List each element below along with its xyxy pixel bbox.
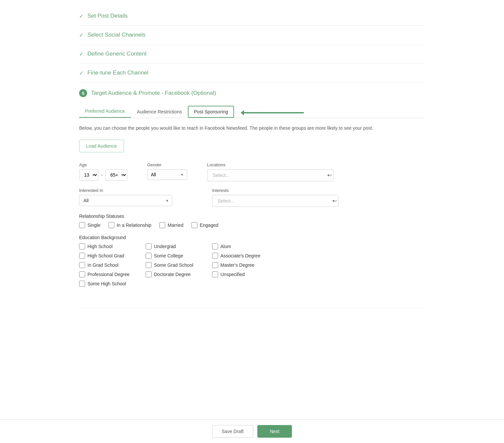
interests-select[interactable]: Select... (212, 195, 338, 207)
step-label: Select Social Channels (87, 32, 146, 38)
checkbox-input-some-grad-school[interactable] (146, 262, 152, 268)
checkbox-input-married[interactable] (159, 222, 165, 228)
checkbox-high-school-grad[interactable]: High School Grad (79, 253, 139, 259)
interests-field-group: Interests Select... (212, 188, 338, 207)
checkbox-input-engaged[interactable] (191, 222, 197, 228)
checkbox-input-high-school[interactable] (79, 243, 85, 249)
checkbox-label-in-a-relationship: In a Relationship (117, 222, 151, 228)
age-field-group: Age 13141516 17182125 - 65+555045 (79, 162, 127, 181)
checkbox-label-unspecified: Unspecified (220, 272, 245, 277)
svg-marker-1 (241, 110, 244, 115)
load-audience-button[interactable]: Load Audience (79, 140, 124, 152)
interests-label: Interests (212, 188, 338, 193)
checkbox-input-professional-degree[interactable] (79, 271, 85, 277)
active-step-number: 5 (79, 89, 87, 97)
checkbox-married[interactable]: Married (159, 222, 183, 228)
checkbox-label-high-school-grad: High School Grad (87, 253, 124, 258)
step-check-icon: ✓ (79, 70, 83, 76)
checkbox-label-associates-degree: Associate's Degree (220, 253, 260, 258)
step-check-icon: ✓ (79, 13, 83, 19)
tab-post-sponsoring[interactable]: Post Sponsoring (188, 106, 234, 118)
checkbox-label-masters-degree: Master's Degree (220, 262, 254, 268)
step-check-icon: ✓ (79, 51, 83, 57)
gender-label: Gender (147, 162, 187, 167)
relationship-statuses-title: Relationship Statuses (79, 214, 425, 219)
locations-label: Locations (207, 162, 333, 167)
locations-select[interactable]: Select... (207, 169, 333, 181)
interested-in-field-group: Interested In AllMenWomen (79, 188, 172, 207)
checkbox-label-high-school: High School (87, 244, 113, 249)
checkbox-masters-degree[interactable]: Master's Degree (212, 262, 279, 268)
checkbox-label-some-grad-school: Some Grad School (154, 262, 193, 268)
gender-field-group: Gender AllMaleFemale (147, 162, 187, 180)
checkbox-label-married: Married (168, 222, 183, 228)
education-background-title: Education Background (79, 235, 425, 240)
checkbox-label-in-grad-school: In Grad School (87, 262, 118, 268)
active-step-label: Target Audience & Promote - Facebook (Op… (91, 90, 216, 96)
step-define-generic-content: ✓ Define Generic Content (79, 45, 425, 64)
checkbox-input-single[interactable] (79, 222, 85, 228)
checkbox-input-doctorate-degree[interactable] (146, 271, 152, 277)
checkbox-label-single: Single (87, 222, 100, 228)
step-label: Define Generic Content (87, 51, 147, 57)
age-min-select[interactable]: 13141516 17182125 (79, 169, 98, 181)
checkbox-unspecified[interactable]: Unspecified (212, 271, 279, 277)
step-check-icon: ✓ (79, 32, 83, 38)
checkbox-input-unspecified[interactable] (212, 271, 218, 277)
checkbox-input-in-grad-school[interactable] (79, 262, 85, 268)
arrow-indicator (241, 108, 307, 118)
gender-select[interactable]: AllMaleFemale (147, 169, 187, 180)
step-fine-tune-each-channel: ✓ Fine-tune Each Channel (79, 64, 425, 82)
checkbox-input-undergrad[interactable] (146, 243, 152, 249)
checkbox-professional-degree[interactable]: Professional Degree (79, 271, 139, 277)
step-set-post-details: ✓ Set Post Details (79, 7, 425, 26)
checkbox-engaged[interactable]: Engaged (191, 222, 218, 228)
checkbox-some-high-school[interactable]: Some High School (79, 281, 139, 287)
checkbox-label-undergrad: Undergrad (154, 244, 176, 249)
audience-description: Below, you can choose the people you wou… (79, 125, 425, 132)
checkbox-in-grad-school[interactable]: In Grad School (79, 262, 139, 268)
checkbox-undergrad[interactable]: Undergrad (146, 243, 205, 249)
checkbox-some-college[interactable]: Some College (146, 253, 205, 259)
age-dash: - (101, 172, 103, 178)
tab-audience-restrictions[interactable]: Audience Restrictions (131, 106, 188, 118)
checkbox-label-engaged: Engaged (200, 222, 218, 228)
relationship-statuses-section: Relationship Statuses Single In a Relati… (79, 214, 425, 228)
step-label: Set Post Details (87, 13, 128, 19)
checkbox-input-associates-degree[interactable] (212, 253, 218, 259)
checkbox-label-doctorate-degree: Doctorate Degree (154, 272, 191, 277)
age-label: Age (79, 162, 127, 167)
checkbox-input-masters-degree[interactable] (212, 262, 218, 268)
step-select-social-channels: ✓ Select Social Channels (79, 26, 425, 45)
checkbox-associates-degree[interactable]: Associate's Degree (212, 253, 279, 259)
checkbox-single[interactable]: Single (79, 222, 100, 228)
education-background-section: Education Background High School Undergr… (79, 235, 425, 287)
checkbox-input-some-high-school[interactable] (79, 281, 85, 287)
checkbox-doctorate-degree[interactable]: Doctorate Degree (146, 271, 205, 277)
checkbox-label-some-college: Some College (154, 253, 183, 258)
checkbox-input-alum[interactable] (212, 243, 218, 249)
locations-field-group: Locations Select... (207, 162, 333, 181)
step-label: Fine-tune Each Channel (87, 70, 148, 76)
checkbox-some-grad-school[interactable]: Some Grad School (146, 262, 205, 268)
checkbox-high-school[interactable]: High School (79, 243, 139, 249)
age-max-select[interactable]: 65+555045 40353025 (105, 169, 127, 181)
interested-in-label: Interested In (79, 188, 172, 193)
checkbox-in-a-relationship[interactable]: In a Relationship (108, 222, 151, 228)
tab-preferred-audience[interactable]: Preferred Audience (79, 105, 131, 118)
checkbox-input-high-school-grad[interactable] (79, 253, 85, 259)
checkbox-alum[interactable]: Alum (212, 243, 279, 249)
checkbox-input-some-college[interactable] (146, 253, 152, 259)
interested-in-select[interactable]: AllMenWomen (79, 195, 172, 206)
tabs-container: Preferred Audience Audience Restrictions… (79, 105, 425, 118)
checkbox-label-alum: Alum (220, 244, 231, 249)
checkbox-label-some-high-school: Some High School (87, 281, 126, 286)
checkbox-input-in-a-relationship[interactable] (108, 222, 114, 228)
checkbox-label-professional-degree: Professional Degree (87, 272, 130, 277)
